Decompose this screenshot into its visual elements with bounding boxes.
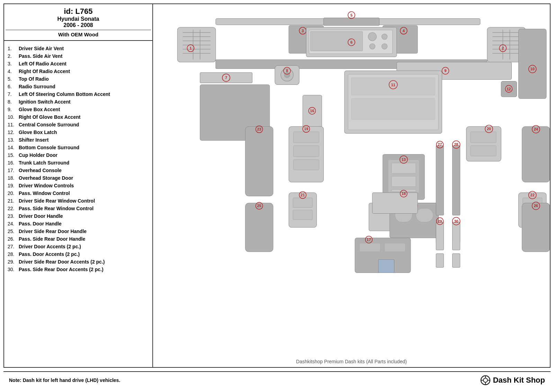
car-years: 2006 - 2008: [6, 22, 151, 28]
svg-point-143: [483, 378, 488, 382]
brand-logo: Dash Kit Shop: [480, 375, 545, 386]
part-name: Pass. Side Rear Window Control: [19, 206, 93, 211]
svg-text:17: 17: [367, 238, 371, 242]
part-number: 11.: [8, 122, 19, 127]
svg-rect-106: [522, 126, 550, 182]
list-item: 21.Driver Side Rear Window Control: [8, 198, 149, 204]
part-name: Ignition Switch Accent: [19, 99, 71, 105]
list-item: 20.Pass. Window Control: [8, 190, 149, 196]
svg-text:30: 30: [454, 219, 458, 223]
svg-text:5: 5: [350, 13, 352, 17]
part-name: Glove Box Latch: [19, 130, 57, 135]
part-name: Bottom Console Surround: [19, 145, 79, 150]
watermark-text: Dashkitshop Premium Dash kits (All Parts…: [153, 359, 550, 364]
svg-text:4: 4: [403, 29, 405, 33]
part-number: 27.: [8, 244, 19, 249]
svg-rect-119: [293, 210, 312, 220]
part-number: 18.: [8, 175, 19, 181]
part-number: 13.: [8, 137, 19, 143]
logo-text: Dash Kit Shop: [493, 376, 545, 385]
part-number: 25.: [8, 229, 19, 234]
variant-label: With OEM Wood: [6, 30, 151, 37]
svg-text:21: 21: [301, 193, 305, 197]
part-name: Driver Door Handle: [19, 213, 63, 219]
svg-rect-81: [416, 208, 433, 222]
list-item: 10.Right Of Glove Box Accent: [8, 114, 149, 120]
svg-point-53: [284, 72, 290, 78]
part-name: Trunk Latch Surround: [19, 160, 69, 166]
list-item: 19.Driver Window Controls: [8, 183, 149, 188]
title-block: id: L765 Hyundai Sonata 2006 - 2008 With…: [4, 4, 152, 41]
part-name: Pass. Side Rear Door Accents (2 pc.): [19, 267, 104, 272]
part-number: 14.: [8, 145, 19, 150]
list-item: 13.Shifter Insert: [8, 137, 149, 143]
svg-text:2: 2: [502, 46, 504, 50]
part-number: 26.: [8, 236, 19, 242]
svg-text:24: 24: [534, 127, 538, 131]
footer-note: Note: Dash kit for left hand drive (LHD)…: [9, 377, 120, 383]
part-number: 21.: [8, 198, 19, 204]
svg-rect-130: [522, 203, 550, 252]
svg-rect-109: [436, 146, 444, 215]
part-number: 20.: [8, 190, 19, 196]
list-item: 18.Overhead Storage Door: [8, 175, 149, 181]
svg-rect-85: [359, 243, 380, 252]
svg-rect-23: [324, 18, 379, 26]
part-name: Driver Side Rear Door Accents (2 pc.): [19, 259, 105, 265]
list-item: 26.Pass. Side Rear Door Handle: [8, 236, 149, 242]
part-number: 3.: [8, 61, 19, 66]
svg-rect-94: [293, 146, 319, 157]
svg-rect-72: [392, 176, 416, 187]
svg-rect-45: [519, 29, 546, 99]
part-number: 12.: [8, 130, 19, 135]
svg-rect-86: [385, 243, 405, 252]
svg-text:29: 29: [438, 219, 442, 223]
part-name: Overhead Console: [19, 168, 62, 173]
svg-rect-89: [372, 193, 418, 213]
part-name: Glove Box Accent: [19, 107, 60, 112]
part-number: 22.: [8, 206, 19, 211]
part-name: Top Of Radio: [19, 76, 49, 82]
part-name: Radio Surround: [19, 84, 55, 89]
svg-rect-95: [293, 160, 319, 170]
svg-text:16: 16: [310, 109, 314, 113]
part-name: Central Console Surround: [19, 122, 79, 127]
svg-text:1: 1: [189, 46, 191, 50]
part-number: 30.: [8, 267, 19, 272]
svg-rect-141: [378, 259, 394, 273]
svg-rect-99: [471, 132, 496, 143]
part-number: 6.: [8, 84, 19, 89]
part-name: Driver Window Controls: [19, 183, 74, 188]
svg-text:6: 6: [350, 40, 352, 44]
svg-text:18: 18: [402, 191, 406, 196]
part-number: 28.: [8, 251, 19, 257]
part-number: 23.: [8, 213, 19, 219]
list-item: 23.Driver Door Handle: [8, 213, 149, 219]
svg-rect-137: [453, 222, 460, 250]
footer: Note: Dash kit for left hand drive (LHD)…: [3, 371, 551, 389]
list-item: 12.Glove Box Latch: [8, 130, 149, 135]
car-model: Hyundai Sonata: [6, 16, 151, 22]
svg-rect-127: [245, 203, 273, 252]
svg-rect-103: [245, 126, 273, 196]
part-name: Driver Side Rear Window Control: [19, 198, 95, 204]
part-number: 2.: [8, 53, 19, 59]
list-item: 7.Left Of Steering Column Bottom Accent: [8, 91, 149, 97]
svg-text:12: 12: [507, 87, 511, 91]
part-name: Pass. Door Accents (2 pc.): [19, 251, 80, 257]
part-number: 4.: [8, 69, 19, 74]
svg-point-35: [368, 33, 376, 41]
svg-text:9: 9: [444, 69, 446, 73]
part-name: Shifter Insert: [19, 137, 48, 143]
part-name: Left Of Steering Column Bottom Accent: [19, 91, 110, 97]
product-id: id: L765: [6, 7, 151, 16]
list-item: 25.Driver Side Rear Door Handle: [8, 229, 149, 234]
part-name: Right Of Glove Box Accent: [19, 114, 80, 120]
svg-rect-59: [351, 99, 435, 119]
part-number: 7.: [8, 91, 19, 97]
part-name: Left Of Radio Accent: [19, 61, 66, 66]
part-name: Driver Side Rear Door Handle: [19, 229, 87, 234]
list-item: 28.Pass. Door Accents (2 pc.): [8, 251, 149, 257]
list-item: 1.Driver Side Air Vent: [8, 46, 149, 51]
svg-point-36: [382, 34, 387, 39]
